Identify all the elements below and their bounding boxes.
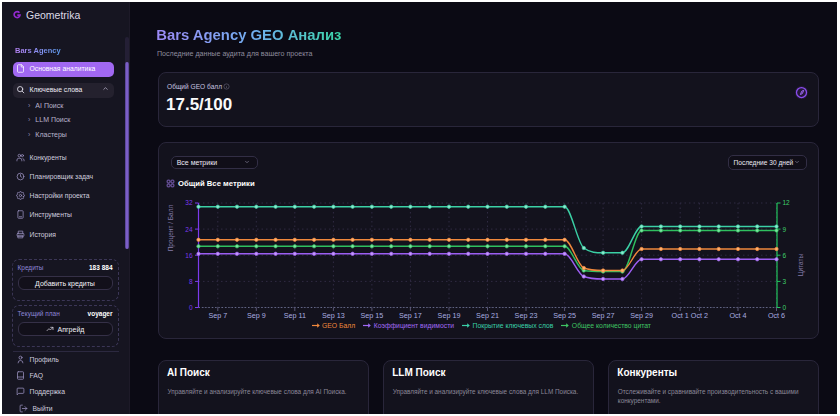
svg-text:6: 6 [783,252,787,259]
svg-text:Sep 13: Sep 13 [322,311,345,320]
svg-text:9: 9 [783,226,787,233]
svg-text:Sep 27: Sep 27 [592,311,615,320]
svg-text:Sep 19: Sep 19 [438,311,461,320]
svg-text:8: 8 [189,278,193,285]
svg-text:12: 12 [783,199,791,206]
svg-text:Sep 23: Sep 23 [515,311,538,320]
svg-text:Sep 15: Sep 15 [361,311,384,320]
svg-text:0: 0 [189,304,193,311]
svg-text:Процент / Балл: Процент / Балл [167,204,175,251]
svg-text:Sep 9: Sep 9 [247,311,266,320]
svg-text:24: 24 [185,226,193,233]
svg-text:32: 32 [185,199,193,206]
svg-text:Oct 2: Oct 2 [691,311,708,320]
svg-text:3: 3 [783,278,787,285]
svg-text:Oct 4: Oct 4 [729,311,746,320]
svg-text:Oct 6: Oct 6 [768,311,785,320]
svg-text:Sep 21: Sep 21 [476,311,499,320]
svg-text:Sep 25: Sep 25 [553,311,576,320]
svg-text:Sep 17: Sep 17 [399,311,422,320]
svg-text:Цитаты: Цитаты [797,253,805,276]
svg-text:Sep 7: Sep 7 [208,311,227,320]
svg-text:Oct 1: Oct 1 [672,311,689,320]
svg-text:Sep 11: Sep 11 [284,311,306,320]
svg-text:Sep 29: Sep 29 [630,311,653,320]
svg-text:16: 16 [185,252,193,259]
